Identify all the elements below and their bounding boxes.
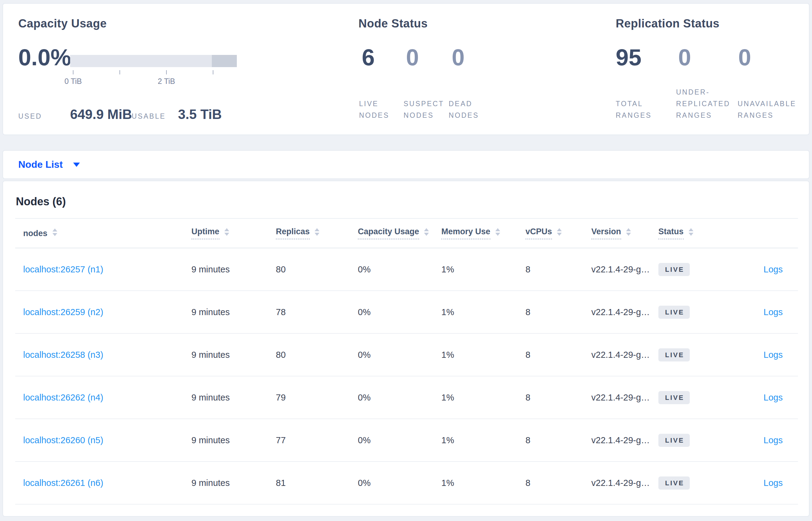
column-header-uptime[interactable]: Uptime xyxy=(191,227,276,240)
usable-value: 3.5 TiB xyxy=(178,107,222,122)
table-row: localhost:26262 (n4) 9 minutes 79 0% 1% … xyxy=(15,377,798,419)
sort-icon xyxy=(424,228,429,236)
replicas-cell: 77 xyxy=(276,435,358,445)
node-link[interactable]: localhost:26257 (n1) xyxy=(23,265,103,274)
column-header-nodes[interactable]: nodes xyxy=(15,228,191,238)
vcpus-cell: 8 xyxy=(525,435,591,445)
table-row: localhost:26261 (n6) 9 minutes 81 0% 1% … xyxy=(15,462,798,504)
caret-down-icon xyxy=(73,163,80,167)
total-ranges-count: 95 xyxy=(616,46,642,69)
table-header-row: nodes Uptime Replicas Capacity Usage Mem… xyxy=(15,218,798,248)
unavailable-count: 0 xyxy=(738,46,751,69)
version-cell: v22.1.4-29-g… xyxy=(591,392,659,403)
live-nodes-label: LIVE NODES xyxy=(359,98,403,121)
version-cell: v22.1.4-29-g… xyxy=(591,478,659,488)
nodes-heading: Nodes (6) xyxy=(16,195,66,208)
memory-cell: 1% xyxy=(441,265,525,274)
node-link[interactable]: localhost:26262 (n4) xyxy=(23,392,103,402)
sort-icon xyxy=(52,228,57,236)
replication-status-title: Replication Status xyxy=(616,17,720,30)
total-ranges-label: TOTAL RANGES xyxy=(616,98,671,121)
uptime-cell: 9 minutes xyxy=(191,435,276,445)
axis-tick xyxy=(73,70,73,74)
used-value: 649.9 MiB xyxy=(70,107,132,122)
node-link[interactable]: localhost:26258 (n3) xyxy=(23,350,103,360)
view-switcher-dropdown[interactable]: Node List xyxy=(2,150,810,179)
uptime-cell: 9 minutes xyxy=(191,265,276,274)
replicas-cell: 80 xyxy=(276,350,358,360)
column-header-memory-use[interactable]: Memory Use xyxy=(441,227,525,240)
version-cell: v22.1.4-29-g… xyxy=(591,435,659,445)
status-badge: LIVE xyxy=(659,434,690,447)
logs-link[interactable]: Logs xyxy=(764,265,783,274)
axis-tick xyxy=(166,70,167,74)
capacity-cell: 0% xyxy=(358,307,441,317)
suspect-nodes-label: SUSPECT NODES xyxy=(404,98,454,121)
cluster-summary-card: Capacity Usage 0.0% 0 TiB 2 TiB USED 649… xyxy=(2,3,810,135)
capacity-cell: 0% xyxy=(358,478,441,488)
capacity-cell: 0% xyxy=(358,392,441,403)
memory-cell: 1% xyxy=(441,435,525,445)
memory-cell: 1% xyxy=(441,478,525,488)
logs-link[interactable]: Logs xyxy=(764,307,783,317)
logs-link[interactable]: Logs xyxy=(764,350,783,360)
live-nodes-count: 6 xyxy=(362,46,375,69)
uptime-cell: 9 minutes xyxy=(191,307,276,317)
sort-icon xyxy=(315,228,319,236)
vcpus-cell: 8 xyxy=(525,392,591,403)
vcpus-cell: 8 xyxy=(525,265,591,274)
column-header-replicas[interactable]: Replicas xyxy=(276,227,358,240)
status-badge: LIVE xyxy=(659,263,690,276)
capacity-cell: 0% xyxy=(358,435,441,445)
logs-link[interactable]: Logs xyxy=(764,478,783,488)
table-row: localhost:26259 (n2) 9 minutes 78 0% 1% … xyxy=(15,291,798,334)
sort-icon xyxy=(224,228,229,236)
used-label: USED xyxy=(18,112,42,120)
column-header-capacity-usage[interactable]: Capacity Usage xyxy=(358,227,441,240)
capacity-used-percent: 0.0% xyxy=(18,46,71,69)
sort-icon xyxy=(495,228,500,236)
node-link[interactable]: localhost:26261 (n6) xyxy=(23,478,103,488)
sort-icon xyxy=(626,228,631,236)
table-row: localhost:26260 (n5) 9 minutes 77 0% 1% … xyxy=(15,419,798,462)
nodes-card: Nodes (6) nodes Uptime Replicas Capacity… xyxy=(2,181,810,517)
column-header-status[interactable]: Status xyxy=(659,227,729,240)
status-badge: LIVE xyxy=(659,476,690,490)
vcpus-cell: 8 xyxy=(525,307,591,317)
suspect-nodes-count: 0 xyxy=(406,46,419,69)
table-row: localhost:26257 (n1) 9 minutes 80 0% 1% … xyxy=(15,248,798,291)
usable-label: USABLE xyxy=(132,112,166,120)
vcpus-cell: 8 xyxy=(525,478,591,488)
version-cell: v22.1.4-29-g… xyxy=(591,265,659,274)
view-switcher-label: Node List xyxy=(18,159,63,170)
dead-nodes-label: DEAD NODES xyxy=(449,98,493,121)
capacity-usage-bar xyxy=(70,55,237,67)
memory-cell: 1% xyxy=(441,350,525,360)
replicas-cell: 81 xyxy=(276,478,358,488)
capacity-usage-title: Capacity Usage xyxy=(18,17,107,30)
logs-link[interactable]: Logs xyxy=(764,392,783,402)
status-badge: LIVE xyxy=(659,391,690,404)
axis-tick xyxy=(213,70,213,74)
node-link[interactable]: localhost:26259 (n2) xyxy=(23,307,103,317)
status-badge: LIVE xyxy=(659,348,690,361)
sort-icon xyxy=(689,228,693,236)
node-status-title: Node Status xyxy=(358,17,428,30)
replicas-cell: 78 xyxy=(276,307,358,317)
table-row: localhost:26258 (n3) 9 minutes 80 0% 1% … xyxy=(15,334,798,377)
uptime-cell: 9 minutes xyxy=(191,392,276,403)
memory-cell: 1% xyxy=(441,392,525,403)
axis-tick xyxy=(119,70,120,74)
logs-link[interactable]: Logs xyxy=(764,435,783,445)
sort-icon xyxy=(557,228,562,236)
memory-cell: 1% xyxy=(441,307,525,317)
node-link[interactable]: localhost:26260 (n5) xyxy=(23,435,103,445)
version-cell: v22.1.4-29-g… xyxy=(591,350,659,360)
axis-tick-label: 0 TiB xyxy=(59,77,87,86)
column-header-version[interactable]: Version xyxy=(591,227,659,240)
capacity-other-segment xyxy=(212,55,237,67)
dead-nodes-count: 0 xyxy=(452,46,464,69)
unavailable-label: UNAVAILABLE RANGES xyxy=(738,98,812,121)
column-header-vcpus[interactable]: vCPUs xyxy=(525,227,591,240)
capacity-cell: 0% xyxy=(358,265,441,274)
